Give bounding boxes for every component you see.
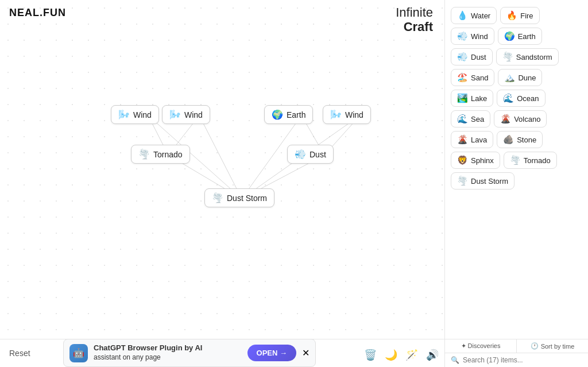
- sidebar-emoji: 🌋: [500, 114, 511, 124]
- card-emoji: 🌬️: [118, 109, 130, 120]
- canvas-card-dust[interactable]: 💨Dust: [287, 145, 334, 164]
- sidebar-emoji: 🌪️: [457, 176, 468, 186]
- sidebar-emoji: 🔥: [506, 10, 517, 21]
- card-label: Wind: [345, 110, 363, 119]
- canvas-card-wind2[interactable]: 🌬️Wind: [162, 105, 210, 124]
- game-canvas[interactable]: 🌬️Wind🌬️Wind🌍Earth🌬️Wind🌪️Tornado💨Dust🌪️…: [0, 0, 445, 339]
- ad-subtitle: assistant on any page: [94, 353, 242, 362]
- sidebar-label: Earth: [518, 32, 536, 41]
- sidebar-item-wind[interactable]: 💨Wind: [451, 28, 494, 45]
- sidebar-item-volcano[interactable]: 🌋Volcano: [494, 110, 547, 128]
- sidebar-label: Stone: [517, 136, 536, 144]
- sidebar-label: Volcano: [514, 115, 540, 123]
- sidebar-emoji: 🌪️: [510, 155, 521, 165]
- sidebar-item-sand[interactable]: 🏖️Sand: [451, 69, 494, 86]
- sidebar-label: Tornado: [524, 156, 551, 165]
- sort-by-label: Sort by time: [541, 343, 575, 350]
- sidebar-emoji: 🏖️: [457, 72, 468, 83]
- sidebar-item-dune[interactable]: 🏔️Dune: [498, 69, 542, 86]
- sidebar-item-lava[interactable]: 🌋Lava: [451, 131, 493, 148]
- card-label: Earth: [287, 110, 305, 119]
- sound-icon[interactable]: 🔊: [426, 349, 439, 361]
- sidebar-label: Water: [471, 11, 490, 20]
- sidebar-label: Lake: [471, 94, 487, 103]
- wand-icon[interactable]: 🪄: [405, 349, 418, 361]
- game-title-top: Infinite: [396, 6, 433, 20]
- sidebar-item-water[interactable]: 💧Water: [451, 7, 497, 24]
- canvas-card-duststorm[interactable]: 🌪️Dust Storm: [204, 188, 274, 207]
- sidebar-label: Sand: [471, 74, 488, 82]
- ad-close-button[interactable]: ✕: [302, 347, 310, 358]
- canvas-card-wind3[interactable]: 🌬️Wind: [323, 105, 371, 124]
- ad-open-button[interactable]: OPEN →: [247, 345, 296, 361]
- sidebar-emoji: 🌊: [457, 114, 468, 124]
- card-emoji: 💨: [295, 149, 306, 160]
- canvas-card-wind1[interactable]: 🌬️Wind: [111, 105, 159, 124]
- sidebar-label: Dust Storm: [471, 177, 508, 186]
- sidebar-item-dust[interactable]: 💨Dust: [451, 48, 493, 65]
- sidebar-item-ocean[interactable]: 🌊Ocean: [497, 90, 545, 107]
- sidebar-label: Lava: [471, 136, 487, 144]
- sidebar-emoji: 🌍: [504, 31, 515, 41]
- search-input[interactable]: [463, 356, 582, 364]
- bottom-icons: 🗑️ 🌙 🪄 🔊: [364, 349, 439, 361]
- sidebar-label: Dune: [518, 74, 536, 82]
- sidebar-emoji: 💨: [457, 52, 468, 62]
- sidebar-elements[interactable]: 💧Water🔥Fire💨Wind🌍Earth💨Dust🌪️Sandstorm🏖️…: [444, 0, 588, 339]
- sidebar-tabs: ✦ Discoveries 🕐 Sort by time: [445, 339, 588, 353]
- sidebar-label: Dust: [471, 53, 486, 61]
- canvas-card-tornado[interactable]: 🌪️Tornado: [131, 145, 190, 164]
- sidebar-item-sandstorm[interactable]: 🌪️Sandstorm: [496, 48, 559, 65]
- sidebar-emoji: 🪨: [503, 134, 514, 145]
- card-emoji: 🌬️: [330, 109, 342, 120]
- sidebar-item-sea[interactable]: 🌊Sea: [451, 110, 490, 128]
- moon-icon[interactable]: 🌙: [385, 349, 397, 361]
- sidebar-item-stone[interactable]: 🪨Stone: [497, 131, 543, 148]
- sidebar-emoji: 💧: [457, 10, 468, 21]
- sidebar-label: Wind: [471, 32, 488, 41]
- card-label: Wind: [133, 110, 152, 119]
- ad-banner: 🤖 ChatGPT Browser Plugin by AI assistant…: [63, 339, 316, 367]
- header: NEAL.FUN: [0, 0, 75, 26]
- sidebar-emoji: 🏞️: [457, 93, 468, 103]
- card-emoji: 🌍: [272, 109, 283, 120]
- sidebar-item-sphinx[interactable]: 🦁Sphinx: [451, 152, 500, 169]
- search-bar[interactable]: 🔍: [445, 353, 588, 367]
- ad-text: ChatGPT Browser Plugin by AI assistant o…: [94, 343, 242, 362]
- sidebar-item-earth[interactable]: 🌍Earth: [498, 28, 542, 45]
- sidebar-item-tornado[interactable]: 🌪️Tornado: [504, 152, 557, 169]
- sidebar-emoji: 🦁: [457, 155, 468, 165]
- canvas-card-earth[interactable]: 🌍Earth: [264, 105, 313, 124]
- sidebar-bottom: ✦ Discoveries 🕐 Sort by time 🔍: [444, 339, 588, 367]
- connections-svg: [0, 0, 445, 339]
- ad-title: ChatGPT Browser Plugin by AI: [94, 343, 242, 353]
- card-label: Tornado: [153, 150, 183, 159]
- reset-button[interactable]: Reset: [9, 349, 30, 358]
- card-emoji: 🌬️: [169, 109, 181, 120]
- card-label: Dust Storm: [227, 194, 267, 203]
- sidebar-item-dust-storm[interactable]: 🌪️Dust Storm: [451, 172, 514, 190]
- game-title-bottom: Craft: [396, 20, 433, 34]
- search-icon: 🔍: [451, 356, 459, 364]
- sidebar-emoji: 🌋: [457, 134, 468, 145]
- card-emoji: 🌪️: [138, 149, 150, 160]
- discoveries-tab[interactable]: ✦ Discoveries: [445, 339, 517, 353]
- sidebar-emoji: 🌊: [503, 93, 514, 103]
- sidebar-label: Fire: [520, 11, 533, 20]
- card-label: Dust: [310, 150, 326, 159]
- sidebar-label: Sea: [471, 115, 484, 123]
- clock-icon: 🕐: [531, 342, 539, 350]
- sidebar-emoji: 💨: [457, 31, 468, 41]
- sidebar-label: Sphinx: [471, 156, 494, 165]
- sidebar-emoji: 🏔️: [504, 72, 515, 83]
- sidebar-label: Sandstorm: [516, 53, 552, 61]
- sidebar-emoji: 🌪️: [502, 52, 513, 62]
- ad-icon: 🤖: [69, 344, 88, 362]
- sidebar-item-fire[interactable]: 🔥Fire: [500, 7, 539, 24]
- sidebar-item-lake[interactable]: 🏞️Lake: [451, 90, 493, 107]
- trash-icon[interactable]: 🗑️: [364, 349, 377, 361]
- svg-line-3: [199, 115, 242, 199]
- card-label: Wind: [184, 110, 203, 119]
- card-emoji: 🌪️: [212, 192, 223, 203]
- sort-by-tab[interactable]: 🕐 Sort by time: [517, 339, 588, 353]
